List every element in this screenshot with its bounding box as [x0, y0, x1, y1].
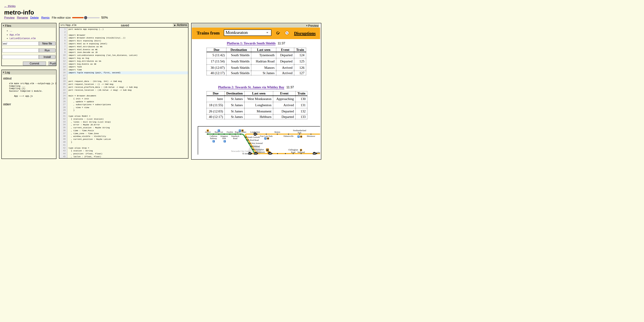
- svg-text:125: 125: [313, 153, 316, 154]
- svg-text:131: 131: [254, 133, 256, 135]
- svg-text:Road: Road: [233, 137, 238, 139]
- svg-text:127: 127: [248, 153, 251, 154]
- svg-text:P: P: [298, 135, 299, 138]
- svg-text:P: P: [213, 140, 214, 142]
- svg-text:P: P: [224, 140, 225, 142]
- svg-text:P: P: [218, 129, 220, 132]
- svg-text:West Jesmond: West Jesmond: [251, 142, 263, 144]
- svg-text:Kingston: Kingston: [220, 135, 228, 137]
- svg-text:Ilford Road: Ilford Road: [250, 139, 259, 141]
- svg-text:P: P: [239, 129, 240, 132]
- svg-text:Park: Park: [222, 137, 226, 139]
- svg-text:Shiremoor: Shiremoor: [307, 135, 315, 137]
- svg-text:Park: Park: [298, 132, 301, 134]
- svg-text:Road: Road: [291, 151, 296, 153]
- svg-text:132: 132: [254, 153, 257, 154]
- svg-text:P: P: [265, 137, 266, 139]
- svg-text:Callerton: Callerton: [210, 135, 217, 137]
- svg-text:Palmersville: Palmersville: [284, 135, 294, 137]
- svg-text:Chillingham: Chillingham: [288, 149, 298, 151]
- svg-text:Four Lane Ends: Four Lane Ends: [260, 135, 273, 137]
- svg-text:Fawdon: Fawdon: [226, 131, 233, 133]
- svg-text:South Gosforth: South Gosforth: [248, 136, 260, 138]
- svg-text:Jesmond: Jesmond: [253, 145, 260, 147]
- svg-text:Haymarket: Haymarket: [255, 149, 264, 151]
- svg-text:Monument: Monument: [256, 151, 265, 153]
- svg-text:Benton: Benton: [274, 131, 280, 133]
- svg-text:Wansbeck: Wansbeck: [231, 135, 239, 137]
- svg-text:Newcastle City Centre: Newcastle City Centre: [231, 150, 251, 152]
- svg-text:Wallsend: Wallsend: [298, 151, 305, 153]
- svg-text:126: 126: [269, 153, 271, 154]
- svg-text:Parkway: Parkway: [210, 137, 217, 140]
- svg-text:Northumberland: Northumberland: [293, 129, 306, 132]
